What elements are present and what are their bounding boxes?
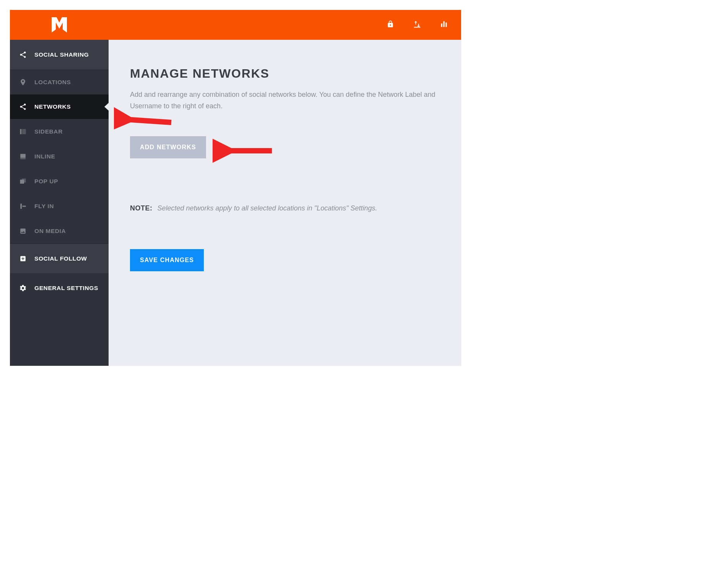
- svg-rect-2: [20, 154, 26, 158]
- image-icon: [19, 227, 27, 235]
- sidebar-item-social-sharing[interactable]: SOCIAL SHARING: [10, 40, 109, 70]
- share-icon: [19, 103, 27, 111]
- svg-rect-0: [20, 129, 22, 134]
- flyin-icon: [19, 202, 27, 210]
- gear-icon: [19, 284, 27, 292]
- note-label: NOTE:: [130, 204, 153, 212]
- svg-rect-6: [20, 204, 22, 209]
- share-icon: [19, 51, 27, 59]
- sidebar-item-locations[interactable]: LOCATIONS: [10, 70, 109, 95]
- svg-rect-3: [20, 158, 26, 159]
- sidebar-item-general-settings[interactable]: GENERAL SETTINGS: [10, 273, 109, 303]
- sidebar-item-label: FLY IN: [34, 203, 54, 210]
- sidebar: SOCIAL SHARING LOCATIONS NETWORKS SIDEBA…: [10, 10, 109, 366]
- topbar-import-export[interactable]: [404, 10, 431, 40]
- sidebar-item-label: NETWORKS: [34, 103, 71, 110]
- note-text: Selected networks apply to all selected …: [158, 204, 377, 212]
- popup-icon: [19, 178, 27, 185]
- brand-logo[interactable]: [10, 10, 109, 40]
- svg-rect-5: [22, 178, 26, 183]
- topbar: [109, 10, 461, 40]
- content: MANAGE NETWORKS Add and rearrange any co…: [109, 40, 461, 287]
- sidebar-item-label: SIDEBAR: [34, 128, 63, 135]
- sidebar-item-networks[interactable]: NETWORKS: [10, 95, 109, 119]
- topbar-stats[interactable]: [431, 10, 457, 40]
- lock-icon: [387, 20, 394, 30]
- sidebar-item-sidebar[interactable]: SIDEBAR: [10, 119, 109, 144]
- inline-icon: [19, 153, 27, 160]
- sidebar-item-label: SOCIAL FOLLOW: [34, 255, 87, 262]
- sidebar-item-social-follow[interactable]: SOCIAL FOLLOW: [10, 243, 109, 273]
- sidebar-item-label: ON MEDIA: [34, 228, 66, 235]
- add-networks-button[interactable]: ADD NETWORKS: [130, 136, 206, 158]
- sidebar-item-flyin[interactable]: FLY IN: [10, 194, 109, 218]
- svg-rect-9: [445, 23, 447, 27]
- page-title: MANAGE NETWORKS: [130, 67, 440, 81]
- app-window: SOCIAL SHARING LOCATIONS NETWORKS SIDEBA…: [10, 10, 461, 366]
- note-row: NOTE: Selected networks apply to all sel…: [130, 204, 440, 212]
- sidebar-icon: [19, 128, 27, 135]
- sidebar-item-popup[interactable]: POP UP: [10, 169, 109, 194]
- page-description: Add and rearrange any combination of soc…: [130, 89, 440, 112]
- sidebar-item-label: LOCATIONS: [34, 79, 71, 86]
- topbar-lock[interactable]: [377, 10, 404, 40]
- sidebar-item-label: SOCIAL SHARING: [34, 51, 89, 58]
- import-export-icon: [413, 20, 422, 30]
- sidebar-item-inline[interactable]: INLINE: [10, 144, 109, 169]
- save-changes-button[interactable]: SAVE CHANGES: [130, 249, 204, 271]
- svg-rect-1: [22, 129, 26, 134]
- m-logo-icon: [51, 17, 68, 33]
- bar-chart-icon: [440, 20, 448, 29]
- svg-rect-7: [441, 23, 442, 27]
- sidebar-item-label: GENERAL SETTINGS: [34, 285, 98, 292]
- svg-rect-8: [443, 21, 444, 27]
- pin-icon: [19, 78, 27, 86]
- main-panel: MANAGE NETWORKS Add and rearrange any co…: [109, 10, 461, 366]
- sidebar-item-label: POP UP: [34, 178, 58, 185]
- sidebar-item-label: INLINE: [34, 153, 55, 160]
- sidebar-item-onmedia[interactable]: ON MEDIA: [10, 218, 109, 243]
- plus-square-icon: [19, 255, 27, 262]
